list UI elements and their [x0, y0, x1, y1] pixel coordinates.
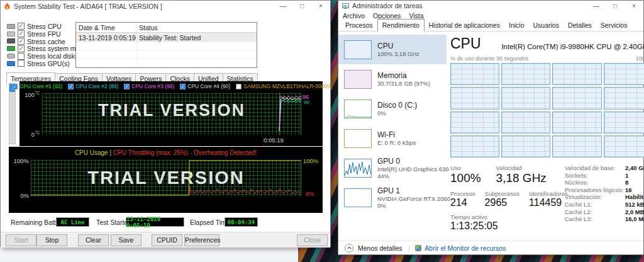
- battery-value: AC Line: [56, 217, 89, 227]
- test-started-value: 13-11-2019 0:05:19: [126, 217, 184, 227]
- time-axis-label: 0:05:19: [264, 137, 284, 144]
- usage-axis-label: % de uso durante 30 segundos: [450, 55, 529, 62]
- elapsed-value: 00:04:34: [225, 217, 258, 227]
- core-graph: [604, 135, 644, 157]
- core-graph: [450, 111, 499, 134]
- tab-usuarios[interactable]: Usuarios: [528, 20, 563, 31]
- log-table-empty-row: [76, 42, 257, 50]
- stress-gpu-checkbox[interactable]: [18, 60, 25, 67]
- legend-samsung-checkbox[interactable]: [236, 84, 242, 89]
- event-log-table: Date & Time Status 13-11-2019 0:05:19 St…: [75, 22, 257, 68]
- usage-graph-title: CPU Usage | CPU Throttling (max: 25%) - …: [9, 149, 323, 156]
- start-button[interactable]: Start: [6, 234, 36, 246]
- usage-y-min: 0%: [13, 192, 29, 199]
- minimize-button[interactable]: —: [274, 3, 292, 9]
- tab-historial[interactable]: Historial de aplicaciones: [425, 20, 504, 31]
- stress-memory-checkbox[interactable]: ✓: [18, 45, 25, 52]
- fpu-icon: [7, 31, 15, 37]
- core-graph: [501, 87, 550, 109]
- tab-servicios[interactable]: Servicios: [596, 20, 632, 31]
- col-status: Status: [136, 23, 257, 32]
- menu-vista[interactable]: Vista: [409, 12, 423, 20]
- cpu-speed-value: 3,18 GHz: [496, 171, 547, 185]
- tab-procesos[interactable]: Procesos: [341, 20, 377, 31]
- sidebar-item-gpu0[interactable]: GPU 0 Intel(R) UHD Graphics 630 44%: [338, 153, 447, 183]
- gpu0-thumbnail: [344, 159, 372, 178]
- core-graph: [552, 135, 601, 157]
- core-graph: [552, 63, 601, 85]
- cpuid-button[interactable]: CPUID: [152, 234, 182, 246]
- legend-samsung-disk[interactable]: SAMSUNG MZVLB1T0HALR-00000: [236, 83, 330, 89]
- core-graph: [604, 63, 644, 85]
- legend-core1-checkbox[interactable]: ✓: [12, 84, 18, 89]
- log-table-header: Date & Time Status: [76, 23, 257, 33]
- task-manager-window: Administrador de tareas — □ × Archivo Op…: [338, 0, 644, 255]
- legend-core4-checkbox[interactable]: ✓: [180, 84, 186, 89]
- tab-detalles[interactable]: Detalles: [564, 20, 596, 31]
- preferences-button[interactable]: Preferences: [184, 234, 219, 246]
- temperature-gauge: [9, 83, 16, 144]
- handles-value: 114459: [529, 197, 568, 208]
- aida64-window-title: System Stability Test - AIDA64 [ TRIAL V…: [14, 3, 162, 10]
- disk-thumbnail: [344, 100, 372, 118]
- log-table-row[interactable]: 13-11-2019 0:05:19 Stability Test: Start…: [76, 33, 257, 42]
- task-manager-tabs: Procesos Rendimiento Historial de aplica…: [338, 20, 643, 31]
- desktop-wallpaper: System Stability Test - AIDA64 [ TRIAL V…: [0, 0, 644, 262]
- menu-opciones[interactable]: Opciones: [373, 12, 401, 20]
- legend-core4[interactable]: ✓ CPU Core #4 (90): [180, 83, 230, 89]
- core-graph: [501, 111, 550, 134]
- tab-rendimiento[interactable]: Rendimiento: [377, 19, 425, 31]
- core-graph: [501, 135, 550, 157]
- maximize-button[interactable]: □: [606, 3, 625, 9]
- col-date-time: Date & Time: [76, 24, 136, 31]
- wallpaper-light-region: [0, 247, 298, 262]
- throttle-current-label: 8%: [306, 190, 314, 197]
- uptime-value: 1:13:25:05: [450, 220, 556, 232]
- cache-icon: [7, 38, 15, 43]
- tab-inicio[interactable]: Inicio: [504, 20, 529, 31]
- stop-button[interactable]: Stop: [36, 234, 67, 246]
- temperature-graph: ✓ CPU Core #1 (92) ✓ CPU Core #2 (86) ✓ …: [19, 81, 323, 146]
- stress-cpu-checkbox[interactable]: ✓: [18, 23, 25, 30]
- y-axis-min-label: 0°C: [23, 130, 40, 138]
- less-details-button[interactable]: Menos detalles: [358, 244, 402, 252]
- open-resource-monitor-link[interactable]: Abrir el Monitor de recursos: [425, 244, 506, 252]
- log-table-empty-row: [76, 59, 257, 67]
- cpu-icon: [7, 24, 15, 29]
- memory-thumbnail: [344, 70, 372, 89]
- usage-axis-max: 100 %: [635, 55, 644, 62]
- sidebar-item-disco[interactable]: Disco 0 (C:) 0%: [338, 94, 447, 123]
- legend-core2[interactable]: ✓ CPU Core #2 (86): [68, 83, 118, 89]
- wifi-thumbnail: [344, 129, 372, 148]
- sidebar-item-gpu1[interactable]: GPU 1 NVIDIA GeForce RTX 2060 0%: [338, 183, 447, 212]
- cpu-panel: CPU Intel(R) Core(TM) i9-9980HK CPU @ 2.…: [447, 31, 644, 241]
- sidebar-item-wifi[interactable]: Wi-Fi E: 0 R: 0 Kbps: [338, 123, 447, 153]
- menu-archivo[interactable]: Archivo: [343, 12, 365, 20]
- close-button[interactable]: ×: [311, 3, 330, 9]
- maximize-button[interactable]: □: [292, 3, 311, 9]
- close-button[interactable]: ×: [625, 3, 643, 9]
- stress-disks-checkbox[interactable]: [18, 53, 25, 60]
- minimize-button[interactable]: —: [587, 3, 606, 9]
- close-button[interactable]: Close: [297, 234, 328, 246]
- legend-core3-checkbox[interactable]: ✓: [124, 84, 130, 89]
- current-temp-label-2: 90: [304, 100, 309, 105]
- stress-cache-checkbox[interactable]: ✓: [18, 38, 25, 45]
- gpu-icon: [7, 61, 15, 66]
- aida64-flame-icon: [4, 3, 11, 10]
- save-button[interactable]: Save: [111, 234, 142, 246]
- clear-button[interactable]: Clear: [78, 234, 109, 246]
- legend-core3[interactable]: ✓ CPU Core #3 (96): [124, 83, 174, 89]
- task-manager-title: Administrador de tareas: [352, 2, 422, 9]
- aida64-titlebar: System Stability Test - AIDA64 [ TRIAL V…: [1, 1, 330, 11]
- y-axis-max-label: 100°C: [23, 91, 40, 98]
- sidebar-item-cpu[interactable]: CPU 100% 3,18 GHz: [338, 35, 447, 64]
- legend-core1[interactable]: ✓ CPU Core #1 (92): [12, 83, 62, 89]
- sidebar-item-memoria[interactable]: Memoria 30,7/31,8 GB (97%): [338, 64, 447, 94]
- chevron-up-icon[interactable]: [345, 244, 353, 253]
- legend-core2-checkbox[interactable]: ✓: [68, 84, 74, 89]
- core-graph: [501, 63, 550, 85]
- task-manager-titlebar: Administrador de tareas — □ ×: [338, 1, 643, 11]
- stress-fpu-checkbox[interactable]: ✓: [18, 30, 25, 37]
- cpu-usage-graph: CPU Usage | CPU Throttling (max: 25%) - …: [9, 147, 323, 213]
